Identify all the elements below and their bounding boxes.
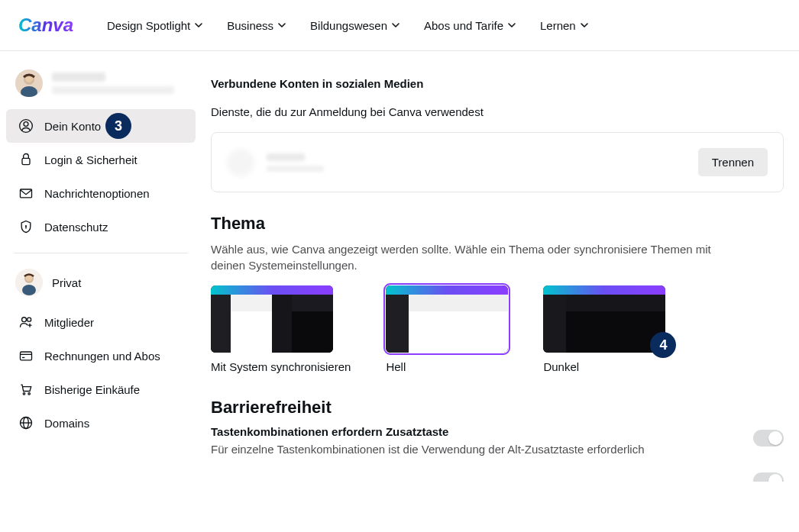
- shortcut-modifier-desc: Für einzelne Tastenkombinationen ist die…: [211, 443, 735, 456]
- theme-tile-dark: [543, 285, 665, 353]
- svg-point-9: [25, 225, 27, 227]
- svg-point-6: [24, 122, 28, 127]
- chevron-down-icon: [278, 21, 286, 29]
- nav-label: Design Spotlight: [107, 19, 190, 32]
- shortcut-modifier-toggle[interactable]: [753, 430, 784, 447]
- svg-point-12: [22, 285, 36, 295]
- theme-option-dark[interactable]: Dunkel 4: [543, 285, 665, 373]
- nav-label: Business: [227, 19, 273, 32]
- people-plus-icon: [18, 314, 34, 330]
- svg-rect-8: [21, 189, 32, 198]
- connected-accounts-subtitle: Dienste, die du zur Anmeldung bei Canva …: [211, 105, 784, 118]
- theme-option-system[interactable]: Mit System synchronisieren: [211, 285, 351, 373]
- sidebar-item-label: Rechnungen und Abos: [44, 350, 160, 363]
- sidebar-item-members[interactable]: Mitglieder: [6, 305, 196, 339]
- step-badge-4: 4: [650, 332, 676, 358]
- nav-learn[interactable]: Lernen: [540, 19, 588, 32]
- user-icon: [18, 118, 34, 134]
- sidebar-item-domains[interactable]: Domains: [6, 406, 196, 440]
- sidebar-item-billing[interactable]: Rechnungen und Abos: [6, 339, 196, 372]
- globe-icon: [18, 415, 34, 430]
- chevron-down-icon: [581, 21, 588, 29]
- team-avatar: [15, 269, 43, 296]
- user-profile-block[interactable]: [6, 63, 196, 103]
- theme-tile-light: [386, 285, 508, 353]
- nav-label: Abos und Tarife: [424, 19, 503, 32]
- theme-option-light[interactable]: Hell: [386, 285, 508, 373]
- cart-icon: [18, 382, 34, 397]
- chevron-down-icon: [508, 21, 516, 29]
- nav-design-spotlight[interactable]: Design Spotlight: [107, 19, 202, 32]
- sidebar-item-label: Nachrichtenoptionen: [44, 187, 150, 200]
- svg-point-19: [23, 393, 25, 395]
- sidebar-item-privacy[interactable]: Datenschutz: [6, 210, 196, 243]
- sidebar-item-security[interactable]: Login & Sicherheit: [6, 143, 196, 176]
- svg-point-15: [27, 318, 31, 321]
- sidebar-divider: [14, 253, 188, 253]
- svg-point-14: [22, 318, 27, 322]
- connected-accounts-title: Verbundene Konten in sozialen Medien: [211, 77, 784, 90]
- sidebar-item-messages[interactable]: Nachrichtenoptionen: [6, 176, 196, 210]
- sidebar-item-purchases[interactable]: Bisherige Einkäufe: [6, 372, 196, 406]
- sidebar-item-account[interactable]: Dein Konto 3: [6, 109, 196, 143]
- nav-label: Lernen: [540, 19, 576, 32]
- disconnect-button[interactable]: Trennen: [698, 148, 768, 176]
- shield-icon: [18, 219, 34, 234]
- theme-tile-system: [211, 285, 333, 353]
- svg-point-20: [28, 393, 31, 395]
- main-content: Verbundene Konten in sozialen Medien Die…: [202, 51, 799, 517]
- canva-logo[interactable]: Canva: [18, 15, 79, 36]
- chevron-down-icon: [392, 21, 400, 29]
- step-badge-3: 3: [105, 113, 131, 139]
- avatar: [15, 69, 43, 97]
- connected-account-card: Trennen: [211, 132, 784, 192]
- sidebar-item-label: Bisherige Einkäufe: [44, 383, 140, 396]
- team-block[interactable]: Privat: [6, 263, 196, 302]
- theme-label: Mit System synchronisieren: [211, 360, 351, 373]
- nav-education[interactable]: Bildungswesen: [310, 19, 400, 32]
- lock-icon: [18, 152, 34, 167]
- sidebar-item-label: Mitglieder: [44, 316, 94, 329]
- svg-rect-7: [22, 158, 30, 164]
- accessibility-title: Barrierefreiheit: [211, 398, 784, 418]
- svg-text:Canva: Canva: [18, 15, 73, 35]
- theme-description: Wähle aus, wie Canva angezeigt werden so…: [211, 241, 746, 273]
- team-label: Privat: [52, 276, 81, 289]
- sidebar-item-label: Login & Sicherheit: [44, 153, 137, 166]
- service-name-redacted: [267, 153, 324, 172]
- sidebar-item-label: Domains: [44, 417, 89, 430]
- chevron-down-icon: [195, 21, 202, 29]
- sidebar-item-label: Datenschutz: [44, 221, 108, 234]
- sidebar-item-label: Dein Konto: [44, 120, 101, 133]
- nav-label: Bildungswesen: [310, 19, 387, 32]
- user-name-redacted: [52, 73, 186, 94]
- sidebar: Dein Konto 3 Login & Sicherheit Nachrich…: [0, 51, 202, 517]
- nav-business[interactable]: Business: [227, 19, 286, 32]
- theme-label: Hell: [386, 360, 508, 373]
- theme-title: Thema: [211, 214, 784, 234]
- theme-label: Dunkel: [543, 360, 665, 373]
- shortcut-modifier-label: Tastenkombinationen erfordern Zusatztast…: [211, 425, 735, 438]
- service-icon-redacted: [227, 149, 254, 176]
- svg-rect-16: [21, 352, 32, 360]
- mail-icon: [18, 185, 34, 201]
- card-icon: [18, 348, 34, 363]
- toggle-partial[interactable]: [753, 472, 784, 482]
- nav-plans[interactable]: Abos und Tarife: [424, 19, 516, 32]
